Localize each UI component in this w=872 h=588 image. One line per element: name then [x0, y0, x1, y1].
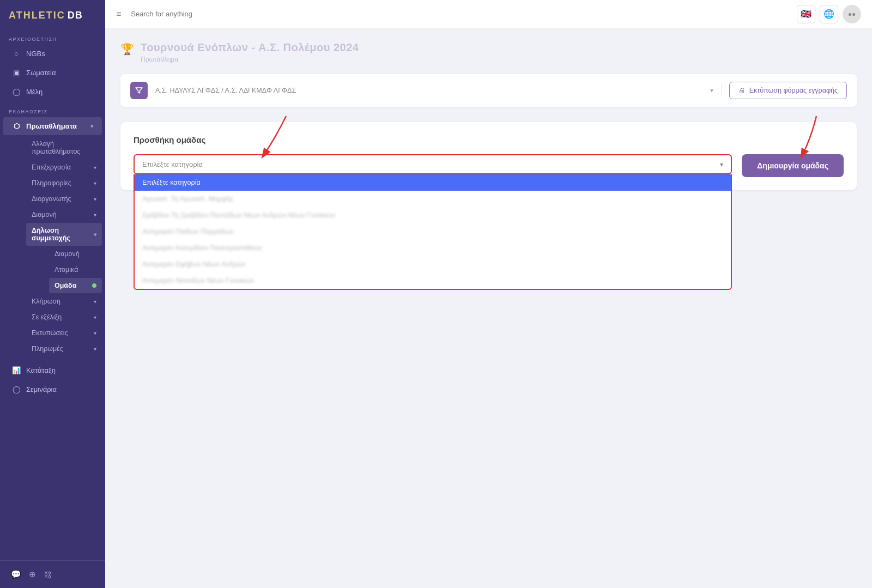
sidebar-item-lottery[interactable]: Κλήρωση ▾: [26, 294, 102, 309]
sidebar-item-ngbs[interactable]: ○ NGBs: [3, 45, 102, 63]
create-btn-wrapper: Δημιουργία ομάδας: [742, 154, 844, 177]
avatar-dots: ●●: [848, 10, 856, 18]
sidebar-item-label: Κλήρωση: [32, 298, 60, 305]
app-logo: ATHLETIC DB: [0, 0, 105, 29]
sidebar-item-label: Σωματεία: [26, 69, 56, 77]
sidebar-item-label: Αλλαγή πρωταθλήματος: [32, 140, 96, 155]
sidebar-item-info[interactable]: Πληροφορίες ▾: [26, 175, 102, 191]
filter-bar: Α.Σ. ΗΔΥΛΥΣ ΛΓΦΔΣ / Α.Σ. ΛΔΓΚΜΔΦ ΛΓΦΔΣ ▾…: [120, 74, 857, 107]
sidebar-item-label: Διαμονή: [32, 211, 57, 219]
ranking-icon: 📊: [12, 366, 21, 374]
chat-icon[interactable]: 💬: [11, 569, 21, 579]
category-dropdown-container: Επιλέξτε κατηγορία ▾ Επιλέξτε κατηγορία …: [134, 154, 732, 174]
sidebar-item-stay[interactable]: Διαμονή ▾: [26, 207, 102, 222]
chevron-icon: ▾: [94, 165, 96, 171]
sidebar-item-organizer[interactable]: Διοργανωτής ▾: [26, 191, 102, 207]
trophy-icon: ⬡: [12, 122, 21, 130]
sidebar-item-decl-team[interactable]: Ομάδα: [49, 278, 102, 293]
dropdown-placeholder: Επιλέξτε κατηγορία: [142, 160, 203, 168]
search-input[interactable]: [131, 10, 790, 18]
link-icon[interactable]: ⛓: [44, 570, 52, 579]
dropdown-option-1[interactable]: Αγωνιστ. Τη Αγωνιστ. Μορφής: [135, 191, 731, 207]
user-avatar[interactable]: ●●: [843, 5, 861, 23]
sidebar-item-label: Ομάδα: [55, 282, 76, 289]
sidebar-item-members[interactable]: ◯ Μέλη: [3, 83, 102, 101]
sidebar-item-decl-individual[interactable]: Ατομικά: [49, 262, 102, 277]
chevron-icon: ▾: [94, 232, 96, 238]
filter-label[interactable]: Α.Σ. ΗΔΥΛΥΣ ΛΓΦΔΣ / Α.Σ. ΛΔΓΚΜΔΦ ΛΓΦΔΣ: [155, 87, 703, 94]
globe-btn[interactable]: 🌐: [820, 5, 838, 23]
filter-chevron-icon: ▾: [710, 87, 713, 94]
dropdown-option-2[interactable]: Σράβδου Τη Σράβδου Παντεΐδων Νέων Ανδρών…: [135, 207, 731, 223]
declaration-submenu: Διαμονή Ατομικά Ομάδα: [23, 246, 105, 293]
page-title: Τουρνουά Ενόπλων - Α.Σ. Πολέμου 2024: [141, 41, 359, 54]
sidebar: ATHLETIC DB ΑΡΧΕΙΟΘΕΤΗΣΗ ○ NGBs ▣ Σωματε…: [0, 0, 105, 588]
create-team-button[interactable]: Δημιουργία ομάδας: [742, 154, 844, 177]
logo-db: DB: [68, 10, 83, 21]
chevron-icon: ▾: [94, 346, 96, 352]
add-team-body: Επιλέξτε κατηγορία ▾ Επιλέξτε κατηγορία …: [134, 154, 844, 177]
active-dot: [92, 283, 96, 288]
sidebar-item-declaration[interactable]: Δήλωση συμμετοχής ▾: [26, 223, 102, 246]
sidebar-item-label: Πληρωμές: [32, 345, 63, 353]
sidebar-item-label: Σε εξέλιξη: [32, 313, 62, 321]
seminars-icon: ◯: [12, 385, 21, 393]
sidebar-item-label: Επεξεργασία: [32, 163, 71, 171]
filter-icon: [130, 82, 148, 99]
sidebar-item-label: Πληροφορίες: [32, 179, 71, 187]
members-icon: ◯: [12, 88, 21, 96]
dropdown-option-6[interactable]: Αντεμαρέν Νεανίδων Νέων Γυναικών: [135, 272, 731, 289]
topbar-right: 🇬🇧 🌐 ●●: [797, 5, 861, 23]
sidebar-item-change-championship[interactable]: Αλλαγή πρωταθλήματος: [26, 136, 102, 159]
chevron-icon: ▾: [94, 180, 96, 186]
chevron-icon: ▾: [94, 314, 96, 320]
sidebar-item-label: Σεμινάρια: [26, 385, 57, 393]
sidebar-item-label: Πρωταθλήματα: [26, 122, 77, 130]
dropdown-option-4[interactable]: Αντεμαρέν Κατερίδιον Πανεσμαστάθους: [135, 240, 731, 256]
print-button[interactable]: 🖨 Εκτύπωση φόρμας εγγραφής: [729, 82, 847, 99]
add-team-section: Προσθήκη ομάδας: [120, 122, 857, 190]
globe-icon: 🌐: [823, 9, 834, 19]
ngbs-icon: ○: [12, 50, 21, 58]
language-btn[interactable]: 🇬🇧: [797, 5, 815, 23]
help-icon[interactable]: ⊕: [29, 569, 36, 579]
sidebar-item-decl-stay[interactable]: Διαμονή: [49, 246, 102, 262]
logo-athletic: ATHLETIC: [9, 10, 65, 21]
chevron-icon: ▾: [90, 123, 93, 129]
sidebar-item-championships[interactable]: ⬡ Πρωταθλήματα ▾: [3, 117, 102, 135]
menu-toggle-icon[interactable]: ≡: [116, 9, 121, 19]
clubs-icon: ▣: [12, 69, 21, 77]
category-dropdown-trigger[interactable]: Επιλέξτε κατηγορία ▾: [134, 154, 732, 174]
sidebar-item-clubs[interactable]: ▣ Σωματεία: [3, 64, 102, 82]
add-team-title: Προσθήκη ομάδας: [134, 135, 844, 144]
sidebar-item-in-progress[interactable]: Σε εξέλιξη ▾: [26, 310, 102, 325]
dropdown-option-0[interactable]: Επιλέξτε κατηγορία: [135, 174, 731, 191]
sidebar-item-ranking[interactable]: 📊 Κατάταξη: [3, 361, 102, 379]
chevron-icon: ▾: [94, 196, 96, 202]
page-header-text: Τουρνουά Ενόπλων - Α.Σ. Πολέμου 2024 Πρω…: [141, 41, 359, 63]
dropdown-option-5[interactable]: Αντεμαρέν Εφήβων Νέων Ανδρών: [135, 256, 731, 272]
print-icon: 🖨: [738, 87, 746, 94]
section-label-archive: ΑΡΧΕΙΟΘΕΤΗΣΗ: [0, 29, 105, 44]
chevron-icon: ▾: [94, 299, 96, 305]
sidebar-item-label: Ατομικά: [55, 266, 78, 274]
sidebar-item-processing[interactable]: Επεξεργασία ▾: [26, 160, 102, 175]
sidebar-item-prints[interactable]: Εκτυπώσεις ▾: [26, 325, 102, 341]
championships-submenu: Αλλαγή πρωταθλήματος Επεξεργασία ▾ Πληρο…: [0, 136, 105, 357]
print-btn-label: Εκτύπωση φόρμας εγγραφής: [749, 87, 838, 94]
page-content: 🏆 Τουρνουά Ενόπλων - Α.Σ. Πολέμου 2024 Π…: [105, 28, 872, 588]
sidebar-item-label: NGBs: [26, 50, 45, 58]
chevron-icon: ▾: [94, 212, 96, 218]
sidebar-footer: 💬 ⊕ ⛓: [0, 560, 105, 588]
filter-divider: [721, 84, 722, 97]
dropdown-option-3[interactable]: Αντεμαρέν Παίδων Παρμάδων: [135, 223, 731, 240]
main-area: ≡ 🇬🇧 🌐 ●● 🏆 Τουρνουά Ενόπλων - Α.Σ. Πολέ…: [105, 0, 872, 588]
sidebar-item-label: Εκτυπώσεις: [32, 329, 68, 337]
sidebar-item-label: Κατάταξη: [26, 366, 56, 374]
category-dropdown-list: Επιλέξτε κατηγορία Αγωνιστ. Τη Αγωνιστ. …: [134, 174, 732, 290]
dropdown-chevron-icon: ▾: [720, 161, 723, 168]
sidebar-item-payments[interactable]: Πληρωμές ▾: [26, 341, 102, 356]
sidebar-item-seminars[interactable]: ◯ Σεμινάρια: [3, 380, 102, 398]
chevron-icon: ▾: [94, 330, 96, 336]
sidebar-item-label: Μέλη: [26, 88, 43, 96]
